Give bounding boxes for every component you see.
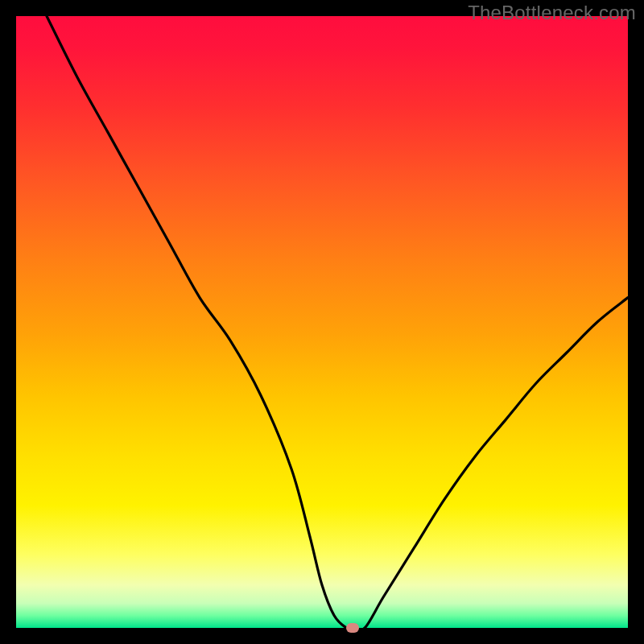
watermark-text: TheBottleneck.com: [468, 2, 636, 24]
optimal-point-marker: [346, 623, 359, 633]
chart-frame: TheBottleneck.com: [0, 0, 644, 644]
curve-layer: [16, 16, 628, 628]
bottleneck-curve: [47, 16, 628, 628]
plot-area: [16, 16, 628, 628]
